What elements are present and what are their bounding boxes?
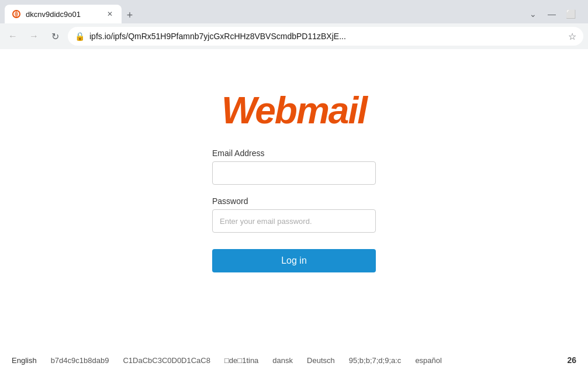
browser-chrome: dkcnv9didc9o01 ✕ + ⌄ — ⬜ ← → ↻ 🔒 ipfs.io…	[0, 0, 588, 49]
bookmark-star-icon[interactable]: ☆	[568, 31, 576, 42]
refresh-button[interactable]: ↻	[47, 28, 63, 44]
password-label: Password	[212, 196, 376, 206]
email-label: Email Address	[212, 148, 376, 158]
tab-close-button[interactable]: ✕	[105, 9, 115, 19]
maximize-button[interactable]: ⬜	[562, 6, 579, 22]
email-form-group: Email Address	[212, 148, 376, 185]
password-input[interactable]	[212, 209, 376, 233]
language-bar: English b7d4c9c1b8dab9 C1DaCbC3C0D0D1CaC…	[0, 347, 588, 373]
login-button[interactable]: Log in	[212, 249, 376, 272]
email-input[interactable]	[212, 161, 376, 185]
minimize-button[interactable]: —	[544, 6, 560, 22]
webmail-logo: Webmail	[222, 89, 366, 132]
new-tab-button[interactable]: +	[122, 7, 138, 23]
lock-icon: 🔒	[75, 32, 85, 41]
language-deutsch[interactable]: Deutsch	[307, 356, 335, 365]
url-text: ipfs.io/ipfs/QmRx51H9Pfamnb7yjcGxRcHHz8V…	[89, 32, 346, 41]
back-button[interactable]: ←	[5, 28, 21, 44]
tab-favicon	[12, 9, 21, 19]
password-form-group: Password	[212, 196, 376, 233]
language-c1da[interactable]: C1DaCbC3C0D0D1CaC8	[123, 356, 210, 365]
language-b7d4[interactable]: b7d4c9c1b8dab9	[51, 356, 109, 365]
language-de1tina[interactable]: □de□1tina	[224, 356, 258, 365]
active-tab[interactable]: dkcnv9didc9o01 ✕	[5, 5, 122, 23]
login-container: Webmail Email Address Password Log in	[0, 49, 588, 347]
language-95bb[interactable]: 95;b;b;7;d;9;a:c	[349, 356, 402, 365]
window-controls: ⌄ — ⬜	[525, 6, 583, 22]
page-number: 26	[567, 355, 576, 365]
tab-bar: dkcnv9didc9o01 ✕ + ⌄ — ⬜	[0, 0, 588, 23]
tab-title: dkcnv9didc9o01	[26, 10, 81, 19]
dropdown-button[interactable]: ⌄	[525, 6, 541, 22]
language-dansk[interactable]: dansk	[272, 356, 293, 365]
page-content: Webmail Email Address Password Log in En…	[0, 49, 588, 373]
language-espanol[interactable]: español	[415, 356, 442, 365]
address-bar[interactable]: 🔒 ipfs.io/ipfs/QmRx51H9Pfamnb7yjcGxRcHHz…	[68, 27, 583, 46]
forward-button[interactable]: →	[26, 28, 42, 44]
language-english[interactable]: English	[12, 356, 37, 365]
address-bar-row: ← → ↻ 🔒 ipfs.io/ipfs/QmRx51H9Pfamnb7yjcG…	[0, 23, 588, 49]
